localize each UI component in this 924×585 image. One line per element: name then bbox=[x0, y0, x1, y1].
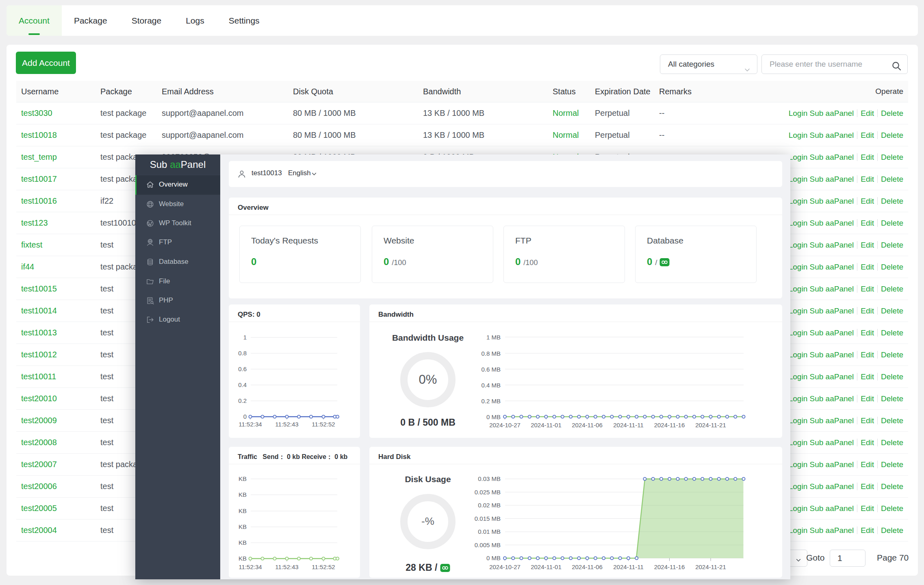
svg-text:0.2 MB: 0.2 MB bbox=[481, 398, 501, 404]
svg-text:0.6 MB: 0.6 MB bbox=[481, 366, 501, 373]
svg-text:KB: KB bbox=[239, 475, 247, 482]
svg-text:2024-11-21: 2024-11-21 bbox=[695, 563, 726, 570]
svg-text:-%: -% bbox=[421, 515, 434, 527]
svg-text:1 MB: 1 MB bbox=[486, 334, 501, 341]
svg-text:11:52:52: 11:52:52 bbox=[312, 563, 335, 570]
svg-text:11:52:43: 11:52:43 bbox=[275, 421, 298, 428]
svg-text:KB: KB bbox=[239, 507, 247, 514]
svg-text:KB: KB bbox=[239, 539, 247, 546]
svg-text:0 MB: 0 MB bbox=[486, 413, 501, 420]
svg-text:2024-11-11: 2024-11-11 bbox=[613, 563, 644, 570]
svg-text:0.8: 0.8 bbox=[238, 350, 247, 357]
svg-text:0.01 MB: 0.01 MB bbox=[478, 528, 501, 535]
svg-text:0.4 MB: 0.4 MB bbox=[481, 382, 501, 389]
svg-text:0.03 MB: 0.03 MB bbox=[478, 475, 501, 482]
svg-text:0.6: 0.6 bbox=[238, 365, 247, 372]
svg-text:0 MB: 0 MB bbox=[486, 555, 501, 561]
svg-text:KB: KB bbox=[239, 523, 247, 530]
svg-text:0.4: 0.4 bbox=[238, 381, 247, 388]
svg-text:11:52:34: 11:52:34 bbox=[239, 563, 262, 570]
svg-text:2024-11-16: 2024-11-16 bbox=[654, 422, 685, 428]
svg-text:0.8 MB: 0.8 MB bbox=[481, 350, 501, 357]
svg-text:KB: KB bbox=[239, 491, 247, 498]
svg-text:0.02 MB: 0.02 MB bbox=[478, 502, 501, 509]
svg-text:2024-11-11: 2024-11-11 bbox=[613, 422, 644, 428]
svg-text:2024-11-01: 2024-11-01 bbox=[531, 422, 562, 428]
svg-text:2024-10-27: 2024-10-27 bbox=[489, 563, 521, 570]
svg-text:0: 0 bbox=[243, 413, 247, 420]
svg-text:1: 1 bbox=[243, 334, 247, 341]
svg-text:11:52:52: 11:52:52 bbox=[312, 421, 335, 428]
svg-text:2024-11-16: 2024-11-16 bbox=[654, 563, 685, 570]
svg-text:2024-11-21: 2024-11-21 bbox=[695, 422, 726, 428]
svg-text:2024-11-01: 2024-11-01 bbox=[531, 563, 562, 570]
svg-text:2024-10-27: 2024-10-27 bbox=[489, 422, 521, 428]
svg-text:11:52:34: 11:52:34 bbox=[239, 421, 262, 428]
svg-text:11:52:43: 11:52:43 bbox=[275, 563, 298, 570]
svg-text:KB: KB bbox=[239, 555, 247, 562]
svg-text:0.005 MB: 0.005 MB bbox=[475, 542, 501, 548]
svg-text:2024-11-06: 2024-11-06 bbox=[572, 563, 603, 570]
svg-text:0.025 MB: 0.025 MB bbox=[475, 489, 501, 496]
svg-text:0.2: 0.2 bbox=[238, 397, 247, 404]
svg-text:0%: 0% bbox=[419, 372, 437, 387]
svg-text:2024-11-06: 2024-11-06 bbox=[572, 422, 603, 428]
svg-text:0.015 MB: 0.015 MB bbox=[475, 515, 501, 522]
